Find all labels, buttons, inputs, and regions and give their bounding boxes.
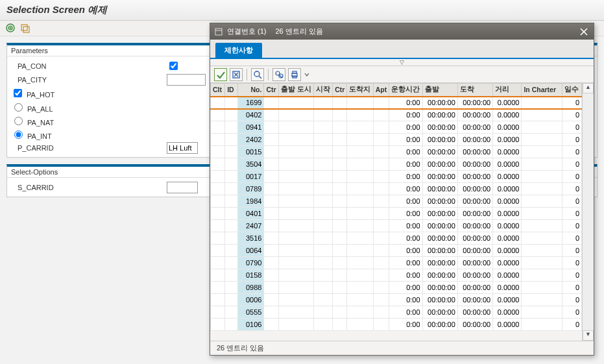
print-button[interactable] xyxy=(288,68,301,81)
cancel-filter-button[interactable] xyxy=(230,68,243,81)
table-row[interactable]: 00060:0000:00:0000:00:000.00000 xyxy=(211,294,582,306)
table-header-row: Clt ID No. Ctr 출발 도시 시작 Ctr 도착지 Apt 운항시간… xyxy=(211,84,582,97)
table-row[interactable]: 19840:0000:00:0000:00:000.00000 xyxy=(211,195,582,208)
col-days[interactable]: 일수 xyxy=(562,84,581,97)
table-row[interactable]: 35160:0000:00:0000:00:000.00000 xyxy=(211,232,582,245)
col-apt[interactable]: Apt xyxy=(373,84,389,97)
toolbar-separator xyxy=(247,69,247,80)
popup-title-count: 26 엔트리 있음 xyxy=(276,27,323,36)
scroll-up-icon[interactable]: ▲ xyxy=(583,83,594,93)
svg-rect-19 xyxy=(293,71,296,73)
col-dist[interactable]: 거리 xyxy=(493,84,522,97)
param-label: PA_CITY xyxy=(11,76,167,84)
col-dep[interactable]: 출발 xyxy=(422,84,457,97)
table-row[interactable]: 16990:0000:00:0000:00:000.00000 xyxy=(211,97,582,109)
param-label: PA_INT xyxy=(27,132,52,140)
result-table[interactable]: Clt ID No. Ctr 출발 도시 시작 Ctr 도착지 Apt 운항시간… xyxy=(210,83,582,331)
vertical-scrollbar[interactable]: ▲ ▼ xyxy=(582,83,594,341)
page-title: Selection Screen 예제 xyxy=(0,0,604,21)
variant-icon[interactable] xyxy=(20,23,30,33)
status-text: 26 엔트리 있음 xyxy=(217,344,264,352)
accept-button[interactable] xyxy=(214,68,227,81)
popup-toolbar xyxy=(210,66,594,83)
col-id[interactable]: ID xyxy=(225,84,238,97)
svg-line-14 xyxy=(259,76,261,79)
svg-rect-4 xyxy=(21,25,27,30)
param-label: P_CARRID xyxy=(11,144,167,152)
popup-titlebar[interactable]: 연결번호 (1) 26 엔트리 있음 xyxy=(210,23,594,40)
svg-point-16 xyxy=(279,74,283,78)
execute-icon[interactable] xyxy=(5,23,16,33)
collapse-handle-icon[interactable]: ▽ xyxy=(210,59,594,66)
table-row[interactable]: 04020:0000:00:0000:00:000.00000 xyxy=(211,109,582,121)
f4-help-popup: 연결번호 (1) 26 엔트리 있음 제한사항 ▽ xyxy=(210,23,594,356)
param-label: PA_CON xyxy=(11,62,167,70)
s-carrid-input[interactable] xyxy=(167,182,198,193)
table-row[interactable]: 01060:0000:00:0000:00:000.00000 xyxy=(211,319,582,331)
pa-all-radio[interactable] xyxy=(14,103,23,112)
col-start[interactable]: 시작 xyxy=(313,84,332,97)
pa-con-checkbox[interactable] xyxy=(169,62,178,70)
col-charter[interactable]: In Charter xyxy=(522,84,562,97)
p-carrid-input[interactable] xyxy=(167,142,198,154)
pa-city-input[interactable] xyxy=(167,74,206,86)
pa-nat-radio[interactable] xyxy=(14,117,23,125)
find-button[interactable] xyxy=(251,68,264,81)
param-label: PA_NAT xyxy=(27,119,54,127)
pa-hot-checkbox[interactable] xyxy=(14,89,22,97)
col-fltime[interactable]: 운항시간 xyxy=(389,84,422,97)
table-row[interactable]: 00170:0000:00:0000:00:000.00000 xyxy=(211,171,582,183)
dropdown-icon[interactable] xyxy=(304,68,310,81)
sort-button[interactable] xyxy=(272,68,285,81)
popup-title-prefix: 연결번호 (1) xyxy=(227,27,267,36)
svg-rect-6 xyxy=(215,29,222,35)
popup-statusbar: 26 엔트리 있음 xyxy=(210,341,594,355)
table-row[interactable]: 07890:0000:00:0000:00:000.00000 xyxy=(211,183,582,195)
selopt-label: S_CARRID xyxy=(11,184,167,191)
table-row[interactable]: 00640:0000:00:0000:00:000.00000 xyxy=(211,245,582,257)
table-row[interactable]: 24020:0000:00:0000:00:000.00000 xyxy=(211,134,582,146)
table-row[interactable]: 07900:0000:00:0000:00:000.00000 xyxy=(211,257,582,269)
svg-point-13 xyxy=(254,71,260,77)
param-label: PA_ALL xyxy=(27,105,53,113)
svg-rect-5 xyxy=(23,27,29,32)
table-row[interactable]: 09410:0000:00:0000:00:000.00000 xyxy=(211,121,582,134)
col-arr[interactable]: 도착 xyxy=(457,84,492,97)
param-label: PA_HOT xyxy=(27,91,54,99)
result-table-wrap: Clt ID No. Ctr 출발 도시 시작 Ctr 도착지 Apt 운항시간… xyxy=(210,83,594,341)
table-row[interactable]: 24070:0000:00:0000:00:000.00000 xyxy=(211,220,582,232)
popup-system-icon xyxy=(214,27,223,36)
col-ctr1[interactable]: Ctr xyxy=(264,84,278,97)
toolbar-separator xyxy=(268,69,269,80)
table-row[interactable]: 00150:0000:00:0000:00:000.00000 xyxy=(211,146,582,158)
table-row[interactable]: 04010:0000:00:0000:00:000.00000 xyxy=(211,208,582,220)
col-dest[interactable]: 도착지 xyxy=(347,84,373,97)
table-row[interactable]: 05550:0000:00:0000:00:000.00000 xyxy=(211,306,582,319)
popup-tabbar: 제한사항 xyxy=(210,40,594,59)
table-row[interactable]: 01580:0000:00:0000:00:000.00000 xyxy=(211,269,582,282)
table-row[interactable]: 35040:0000:00:0000:00:000.00000 xyxy=(211,158,582,171)
table-row[interactable]: 09880:0000:00:0000:00:000.00000 xyxy=(211,282,582,294)
col-clt[interactable]: Clt xyxy=(211,84,225,97)
close-icon[interactable] xyxy=(578,26,590,38)
col-depcity[interactable]: 출발 도시 xyxy=(278,84,313,97)
scroll-down-icon[interactable]: ▼ xyxy=(583,330,594,341)
tab-restriction[interactable]: 제한사항 xyxy=(215,43,262,58)
col-no[interactable]: No. xyxy=(238,84,264,97)
col-ctr2[interactable]: Ctr xyxy=(333,84,347,97)
pa-int-radio[interactable] xyxy=(14,130,23,139)
